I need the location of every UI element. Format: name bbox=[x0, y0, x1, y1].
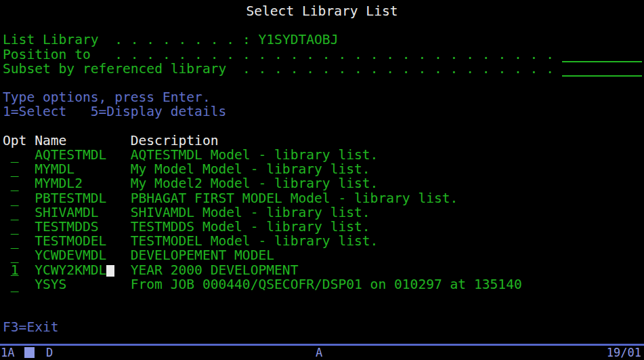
opt-field[interactable]: _ bbox=[3, 248, 35, 262]
library-description: PBHAGAT FIRST MODEL Model - library list… bbox=[131, 191, 458, 206]
oia-status-bar: 1A D A 19/01 bbox=[0, 346, 644, 360]
oia-cursor-position: 19/01 bbox=[607, 346, 641, 360]
table-row: _PBTESTMDLPBHAGAT FIRST MODEL Model - li… bbox=[3, 191, 644, 205]
library-name-text: YCWY2KMDL bbox=[35, 262, 106, 278]
table-row-selected: 1YCWY2KMDLYEAR 2000 DEVELOPMENT bbox=[3, 263, 644, 277]
library-description: DEVELOPEMENT MODEL bbox=[131, 247, 274, 263]
table-row: _MYMDLMy Model Model - library list. bbox=[3, 162, 644, 176]
library-name: YCWDEVMDL bbox=[35, 248, 131, 262]
terminal-screen: Select Library List List Library . . . .… bbox=[0, 0, 644, 360]
opt-field[interactable]: _ bbox=[3, 234, 35, 248]
list-library-value: Y1SYDTAOBJ bbox=[259, 32, 339, 47]
position-to-leader: . . . . . . . . . . . . . . . . . . . . … bbox=[91, 47, 562, 62]
library-name: TESTMODEL bbox=[35, 234, 131, 248]
position-to-input[interactable] bbox=[562, 52, 642, 62]
table-row: _TESTMDDSTESTMDDS Model - library list. bbox=[3, 220, 644, 234]
library-name: SHIVAMDL bbox=[35, 205, 131, 220]
table-row: _YSYSFrom JOB 000440/QSECOFR/DSP01 on 01… bbox=[3, 277, 644, 292]
opt-field[interactable]: _ bbox=[3, 220, 35, 234]
subset-label: Subset by referenced library bbox=[3, 61, 226, 77]
page-title: Select Library List bbox=[0, 4, 644, 18]
option-display-details: 5=Display details bbox=[91, 104, 227, 119]
opt-field[interactable]: _ bbox=[3, 277, 35, 292]
library-description: My Model Model - library list. bbox=[131, 161, 370, 177]
instructions-text: Type options, press Enter. bbox=[3, 90, 644, 104]
oia-indicator-d: D bbox=[46, 346, 53, 360]
opt-field[interactable]: _ bbox=[3, 191, 35, 205]
list-library-label: List Library bbox=[3, 32, 99, 47]
library-description: AQTESTMDL Model - library list. bbox=[131, 147, 379, 163]
library-name: PBTESTMDL bbox=[35, 191, 131, 205]
subset-input[interactable] bbox=[562, 66, 642, 77]
table-header: OptNameDescription bbox=[3, 134, 644, 148]
subset-leader: . . . . . . . . . . . . . . . . . . . . bbox=[226, 61, 561, 77]
header-description: Description bbox=[131, 133, 219, 148]
library-description: My Model2 Model - library list. bbox=[131, 176, 379, 191]
library-name: AQTESTMDL bbox=[35, 148, 131, 162]
library-description: SHIVAMDL Model - library list. bbox=[131, 205, 370, 220]
text-cursor bbox=[106, 265, 114, 277]
header-name: Name bbox=[35, 134, 131, 148]
library-description: From JOB 000440/QSECOFR/DSP01 on 010297 … bbox=[131, 277, 522, 292]
opt-field[interactable]: _ bbox=[3, 148, 35, 162]
list-library-leader: . . . . . . . . : bbox=[99, 32, 259, 47]
library-description: TESTMODEL Model - library list. bbox=[131, 233, 379, 249]
library-name: MYMDL2 bbox=[35, 176, 131, 191]
opt-field[interactable]: _ bbox=[3, 176, 35, 191]
library-name: YCWY2KMDL bbox=[35, 263, 131, 277]
table-row: _SHIVAMDLSHIVAMDL Model - library list. bbox=[3, 205, 644, 220]
option-select: 1=Select bbox=[3, 104, 66, 119]
oia-session-indicator: 1A bbox=[1, 346, 14, 360]
oia-keyboard-block-icon bbox=[24, 347, 35, 358]
header-opt: Opt bbox=[3, 134, 35, 148]
opt-field[interactable]: _ bbox=[3, 162, 35, 176]
position-to-line: Position to . . . . . . . . . . . . . . … bbox=[3, 47, 644, 62]
position-to-label: Position to bbox=[3, 47, 91, 62]
table-row: _YCWDEVMDLDEVELOPEMENT MODEL bbox=[3, 248, 644, 262]
library-name: MYMDL bbox=[35, 162, 131, 176]
subset-line: Subset by referenced library . . . . . .… bbox=[3, 62, 644, 77]
oia-indicator-a: A bbox=[316, 346, 322, 360]
table-row: _TESTMODELTESTMODEL Model - library list… bbox=[3, 234, 644, 248]
library-description: TESTMDDS Model - library list. bbox=[131, 219, 370, 235]
library-name: TESTMDDS bbox=[35, 220, 131, 234]
options-line: 1=Select5=Display details bbox=[3, 104, 644, 119]
function-key-exit: F3=Exit bbox=[3, 320, 644, 334]
table-row: _MYMDL2My Model2 Model - library list. bbox=[3, 176, 644, 191]
table-row: _AQTESTMDLAQTESTMDL Model - library list… bbox=[3, 148, 644, 162]
library-description: YEAR 2000 DEVELOPMENT bbox=[131, 262, 299, 278]
opt-field[interactable]: _ bbox=[3, 205, 35, 220]
opt-field[interactable]: 1 bbox=[3, 263, 35, 277]
library-name: YSYS bbox=[35, 277, 131, 292]
list-library-line: List Library . . . . . . . . : Y1SYDTAOB… bbox=[3, 33, 644, 47]
